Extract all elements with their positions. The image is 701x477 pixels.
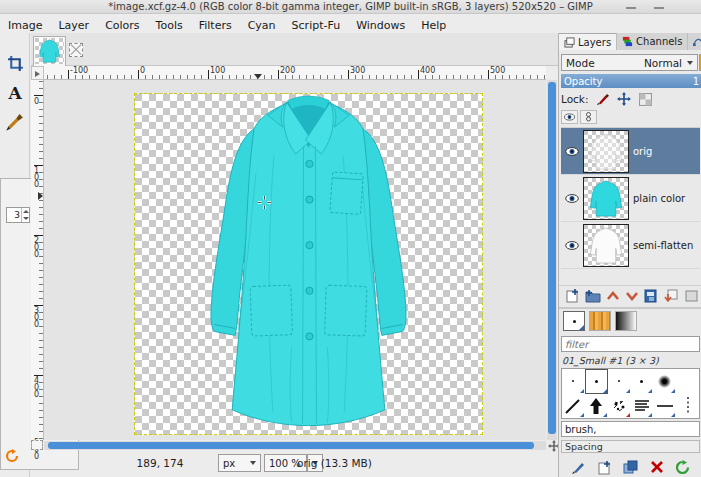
chain-icon — [584, 112, 593, 122]
horizontal-scrollbar[interactable] — [44, 441, 546, 450]
vertical-scrollbar-thumb[interactable] — [548, 82, 556, 434]
vertical-scrollbar[interactable] — [547, 80, 557, 440]
layer-row-orig[interactable]: orig — [561, 128, 700, 175]
layer-list: orig plain color — [561, 127, 700, 270]
menu-script-fu[interactable]: Script-Fu — [284, 16, 349, 32]
brush-cell[interactable] — [653, 394, 676, 419]
visibility-toggle[interactable] — [561, 147, 583, 156]
brush-cell[interactable] — [562, 394, 585, 419]
brush-cell[interactable] — [608, 394, 631, 419]
menu-image[interactable]: Image — [0, 16, 50, 32]
ruler-corner-button[interactable] — [31, 66, 44, 80]
image-tab[interactable] — [33, 36, 66, 66]
text-tool-button[interactable]: A — [3, 81, 27, 105]
visibility-toggle[interactable] — [561, 241, 583, 250]
merge-down-icon[interactable] — [664, 289, 679, 303]
menu-filters[interactable]: Filters — [191, 16, 240, 32]
tab-paths[interactable]: Paths — [688, 33, 701, 50]
horizontal-scrollbar-thumb[interactable] — [48, 442, 534, 449]
menu-cyan[interactable]: Cyan — [240, 16, 284, 32]
canvas-viewport[interactable] — [44, 80, 546, 440]
tab-patterns[interactable] — [589, 311, 611, 331]
refresh-brushes-icon[interactable] — [675, 460, 690, 475]
corner-triangle-icon — [603, 413, 607, 417]
labcoat-image — [135, 94, 482, 434]
status-bar: 189, 174 px 100 % orig (13.3 MB) — [31, 452, 558, 477]
lock-position-move-icon[interactable] — [617, 92, 631, 106]
lower-layer-icon[interactable] — [625, 290, 639, 302]
mode-label: Mode — [566, 57, 644, 69]
eye-icon — [565, 194, 579, 203]
tab-brushes[interactable] — [563, 311, 585, 331]
spacing-slider[interactable]: Spacing — [561, 440, 700, 453]
tiny-dot-brush-icon — [572, 380, 574, 382]
brush-cell[interactable] — [562, 369, 585, 394]
raise-layer-icon[interactable] — [606, 290, 620, 302]
eye-icon — [565, 147, 579, 156]
brush-filter-input[interactable] — [561, 336, 700, 352]
menu-colors[interactable]: Colors — [97, 16, 147, 32]
tool-size-spinner[interactable]: 3 — [6, 207, 30, 223]
dot-brush-icon — [640, 380, 643, 383]
layer-thumbnail — [583, 177, 629, 220]
paintbrush-tool-button[interactable] — [2, 111, 26, 135]
delete-brush-icon[interactable] — [650, 460, 664, 474]
tiny-dot-brush-icon — [618, 380, 620, 382]
v-ruler-label: 300 — [32, 306, 41, 327]
mode-value[interactable]: Normal — [644, 57, 682, 69]
brush-cell[interactable] — [608, 369, 631, 394]
crop-tool-button[interactable] — [3, 51, 27, 75]
menu-windows[interactable]: Windows — [348, 16, 413, 32]
small-dot-brush-icon — [595, 380, 598, 383]
brush-name-input[interactable] — [561, 421, 700, 437]
link-column-button[interactable] — [580, 110, 597, 124]
v-ruler-label: 0 — [32, 97, 41, 104]
lock-pixels-brush-icon[interactable] — [596, 93, 609, 106]
brush-cell[interactable] — [653, 369, 676, 394]
duplicate-brush-icon[interactable] — [623, 460, 639, 475]
tab-layers[interactable]: Layers — [559, 33, 617, 50]
delete-layer-icon[interactable] — [684, 289, 699, 303]
menu-help[interactable]: Help — [413, 16, 454, 32]
spinner-arrows-icon[interactable] — [21, 208, 29, 222]
visibility-column-button[interactable] — [561, 110, 578, 124]
menu-layer[interactable]: Layer — [50, 16, 97, 32]
duplicate-layer-icon[interactable] — [644, 289, 659, 303]
gimp-window: *image.xcf.gz-4.0 (RGB color 8-bit gamma… — [0, 0, 701, 477]
reset-tool-options-icon[interactable] — [5, 449, 19, 463]
corner-triangle-icon — [626, 413, 630, 417]
lock-alpha-icon[interactable] — [639, 93, 652, 106]
quickmask-toggle-icon[interactable] — [31, 440, 43, 450]
tab-label: Layers — [578, 37, 611, 48]
image-canvas[interactable] — [134, 93, 483, 435]
new-brush-icon[interactable] — [597, 460, 612, 475]
layer-row-plain-color[interactable]: plain color — [561, 175, 700, 222]
v-ruler-label: 400 — [32, 376, 41, 397]
edit-brush-icon[interactable] — [571, 460, 586, 475]
minimize-button[interactable] — [625, 4, 637, 11]
brush-cell[interactable] — [631, 394, 654, 419]
new-layer-group-icon[interactable] — [585, 288, 601, 303]
tab-gradients[interactable] — [615, 311, 637, 331]
paint-cursor-icon — [258, 196, 271, 209]
brush-cell[interactable] — [585, 394, 608, 419]
corner-triangle-icon — [648, 413, 652, 417]
maximize-button[interactable] — [653, 4, 665, 11]
new-layer-icon[interactable] — [565, 288, 580, 303]
paintbrush-icon — [4, 113, 24, 133]
menu-tools[interactable]: Tools — [148, 16, 191, 32]
tab-label: Channels — [636, 36, 682, 47]
brush-cell[interactable] — [676, 394, 699, 419]
dock-separator — [559, 307, 701, 309]
brush-cell-selected[interactable] — [585, 369, 608, 394]
unit-dropdown[interactable]: px — [218, 454, 261, 472]
opacity-slider[interactable]: Opacity 1 — [561, 74, 701, 88]
brush-cell[interactable] — [631, 369, 654, 394]
chevron-down-icon[interactable] — [687, 61, 693, 65]
layer-row-semi-flatten[interactable]: semi-flatten — [561, 222, 700, 269]
brush-action-buttons — [559, 457, 701, 477]
tab-channels[interactable]: Channels — [617, 33, 688, 50]
brush-cell[interactable] — [676, 369, 699, 394]
opacity-label: Opacity — [564, 76, 693, 87]
visibility-toggle[interactable] — [561, 194, 583, 203]
